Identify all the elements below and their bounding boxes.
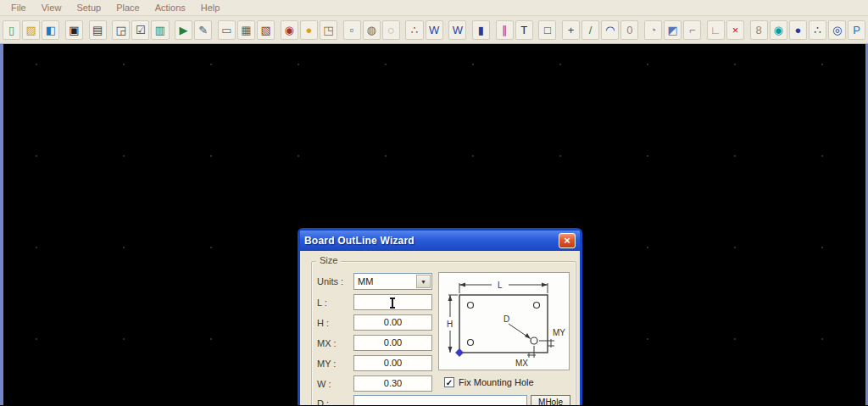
grid-dot <box>734 338 736 340</box>
text-icon[interactable]: T <box>515 20 533 40</box>
print-icon[interactable]: ▤ <box>89 20 107 40</box>
grid-dot <box>298 155 299 157</box>
grid-dot <box>647 64 648 65</box>
display-icon[interactable]: ▥ <box>151 20 169 40</box>
world-icon[interactable]: ● <box>300 20 318 40</box>
my-label: MY : <box>317 359 336 369</box>
board-outline-wizard-dialog: Board OutLine Wizard × Size Units : L : … <box>298 228 582 405</box>
import-icon[interactable]: ◧ <box>42 20 59 40</box>
delete-icon[interactable]: × <box>726 20 744 40</box>
teardrop-icon[interactable]: ◉ <box>770 20 787 40</box>
grid-dot <box>821 64 823 65</box>
grid-dot <box>472 155 474 157</box>
mx-field[interactable]: 0.00 <box>353 335 432 351</box>
grid-dot <box>210 247 212 248</box>
toolbar-separator <box>275 20 280 39</box>
toolbar-separator <box>401 20 405 39</box>
rectangle-icon[interactable]: □ <box>538 20 556 40</box>
zoom-window-icon[interactable]: ◲ <box>112 20 130 40</box>
wave-check-icon[interactable]: W <box>426 20 443 40</box>
open-folder-icon[interactable]: ▨ <box>22 20 40 40</box>
lock-icon[interactable]: ◍ <box>363 20 381 40</box>
grid-dot <box>647 247 648 248</box>
close-icon[interactable]: × <box>559 233 576 248</box>
grid-dot <box>36 64 37 65</box>
dialog-title: Board OutLine Wizard <box>304 235 415 247</box>
h-label: H : <box>317 318 329 328</box>
menu-help[interactable]: Help <box>193 1 228 14</box>
board-preview-panel: L H D MY <box>438 272 570 370</box>
copper-icon[interactable]: ◔ <box>644 20 662 40</box>
ibeam-cursor-icon <box>392 298 393 309</box>
toolbar-separator <box>60 20 64 39</box>
menu-place[interactable]: Place <box>108 1 147 14</box>
sheet-icon[interactable]: ▭ <box>218 20 236 40</box>
toolbar-separator <box>557 20 561 39</box>
run-icon[interactable]: ▶ <box>175 20 192 40</box>
menu-setup[interactable]: Setup <box>69 1 108 14</box>
check-options-icon[interactable]: ☑ <box>131 20 149 40</box>
d-field[interactable] <box>353 395 527 405</box>
new-file-icon[interactable]: ▯ <box>3 20 20 40</box>
menu-actions[interactable]: Actions <box>147 1 193 14</box>
units-label: Units : <box>317 276 343 286</box>
ring-icon[interactable]: ◎ <box>828 20 846 40</box>
table-icon[interactable]: ▦ <box>237 20 255 40</box>
preview-my-label: MY <box>553 328 565 337</box>
mhole-button[interactable]: MHole <box>531 395 570 405</box>
grid-dot <box>36 338 37 340</box>
grid-dot <box>123 247 125 248</box>
unlock-icon[interactable]: ◌ <box>382 20 400 40</box>
move-cross-icon[interactable]: + <box>562 20 580 40</box>
dialog-titlebar[interactable]: Board OutLine Wizard × <box>300 231 580 251</box>
dimension-icon[interactable]: ⌐ <box>683 20 701 40</box>
grid-dot <box>123 338 125 340</box>
board-preview-diagram: L H D MY <box>439 273 569 370</box>
toolbar-separator <box>213 20 217 39</box>
toolbar: ▯▨◧▣▤◲☑▥▶✎▭▦▧◉●◳▫◍◌∴WW▮∥T□+/◠0◔◩⌐∟×8◉●∴◎… <box>0 16 868 44</box>
package-icon[interactable]: ◳ <box>320 20 337 40</box>
w-label: W : <box>317 379 331 389</box>
h-field[interactable]: 0.00 <box>353 314 432 331</box>
route-dot-icon[interactable]: ● <box>789 20 807 40</box>
line-icon[interactable]: / <box>581 20 599 40</box>
fanout-icon[interactable]: ∴ <box>809 20 826 40</box>
menu-file[interactable]: File <box>3 1 34 14</box>
toolbar-separator <box>170 20 175 39</box>
polygon-pour-icon[interactable]: P <box>848 20 865 40</box>
grid-dot <box>821 247 823 248</box>
toolbar-separator <box>491 20 495 39</box>
arc-icon[interactable]: ◠ <box>601 20 619 40</box>
library-book-icon[interactable]: ▧ <box>257 20 275 40</box>
canvas[interactable]: Board OutLine Wizard × Size Units : L : … <box>0 44 868 405</box>
grid-dot <box>36 247 37 248</box>
parts-bin-icon[interactable]: ◉ <box>281 20 298 40</box>
my-field[interactable]: 0.00 <box>353 355 432 371</box>
via-icon[interactable]: ▮ <box>472 20 490 40</box>
w-field[interactable]: 0.30 <box>353 375 432 392</box>
chevron-down-icon[interactable]: ▼ <box>416 275 431 288</box>
save-icon[interactable]: ▣ <box>65 20 83 40</box>
toolbar-separator <box>84 20 88 39</box>
units-select[interactable]: MM ▼ <box>353 273 432 290</box>
toolbar-separator <box>467 20 471 39</box>
page-copy-icon[interactable]: ▫ <box>343 20 361 40</box>
fix-mounting-hole-checkbox[interactable]: ✓ <box>444 377 454 387</box>
layers-icon[interactable]: ◩ <box>664 20 682 40</box>
via-b-icon[interactable]: 8 <box>750 20 768 40</box>
grid-dot <box>298 64 299 65</box>
pad-icon[interactable]: 0 <box>620 20 638 40</box>
grid-dot <box>734 155 736 157</box>
menu-view[interactable]: View <box>34 1 70 14</box>
measure-icon[interactable]: ∟ <box>707 20 725 40</box>
grid-dot <box>123 155 125 157</box>
l-field[interactable] <box>353 294 432 310</box>
grid-dot <box>210 155 212 157</box>
wave-check2-icon[interactable]: W <box>448 20 466 40</box>
grid-dot <box>210 64 212 65</box>
grid-dot <box>385 155 387 157</box>
preview-d-label: D <box>504 314 509 324</box>
edit-page-icon[interactable]: ✎ <box>194 20 212 40</box>
pin-pair-icon[interactable]: ∴ <box>405 20 423 40</box>
hatch-lines-icon[interactable]: ∥ <box>496 20 514 40</box>
